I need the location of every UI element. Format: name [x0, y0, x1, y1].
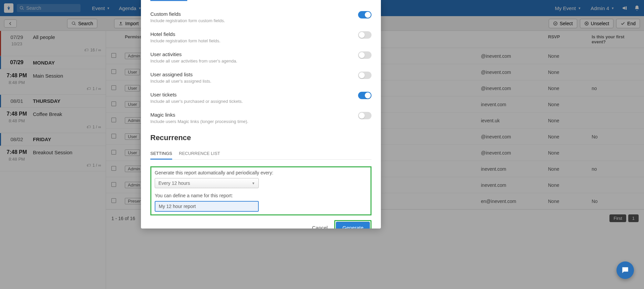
- report-name-input[interactable]: [155, 201, 259, 212]
- option-desc: Include registration form custom fields.: [150, 18, 358, 23]
- option-row: User activities Include all user activit…: [150, 47, 371, 68]
- option-desc: Include registration form hotel fields.: [150, 38, 358, 43]
- option-row: User tickets Include all user's purchase…: [150, 88, 371, 108]
- option-desc: Include users Magic links (longer proces…: [150, 119, 358, 124]
- cancel-button[interactable]: Cancel: [310, 222, 330, 229]
- option-title: User activities: [150, 51, 358, 57]
- chat-icon: [621, 266, 630, 275]
- option-row: Custom fields Include registration form …: [150, 7, 371, 27]
- modal-overlay[interactable]: Custom fields Include registration form …: [0, 0, 644, 289]
- modal-tabs: SETTINGSRECURRENCE LIST: [150, 148, 371, 160]
- option-desc: Include all user's purchased or assigned…: [150, 99, 358, 104]
- generate-button[interactable]: Generate: [336, 222, 370, 229]
- generate-button-highlight: Generate: [334, 220, 371, 229]
- option-title: User assigned lists: [150, 72, 358, 77]
- generate-interval-select[interactable]: Every 12 hours ▼: [155, 178, 259, 188]
- tab-recurrence-list[interactable]: RECURRENCE LIST: [179, 148, 220, 159]
- option-toggle[interactable]: [358, 31, 371, 39]
- option-toggle[interactable]: [358, 72, 371, 79]
- tab-settings[interactable]: SETTINGS: [150, 148, 172, 160]
- modal-footer: Cancel Generate: [150, 220, 371, 229]
- option-toggle[interactable]: [358, 92, 371, 99]
- caret-down-icon: ▼: [252, 181, 255, 185]
- option-toggle[interactable]: [358, 11, 371, 18]
- option-toggle[interactable]: [358, 51, 371, 59]
- report-modal: Custom fields Include registration form …: [141, 0, 381, 229]
- report-name-label: You can define a name for this report:: [155, 193, 367, 198]
- chat-fab[interactable]: [616, 261, 634, 279]
- option-row: Hotel fields Include registration form h…: [150, 27, 371, 47]
- option-title: User tickets: [150, 92, 358, 97]
- option-title: Magic links: [150, 112, 358, 118]
- generate-interval-label: Generate this report automatically and p…: [155, 170, 367, 175]
- option-title: Hotel fields: [150, 31, 358, 37]
- option-desc: Include all user's assigned lists.: [150, 79, 358, 84]
- option-row: Magic links Include users Magic links (l…: [150, 108, 371, 128]
- option-title: Custom fields: [150, 11, 358, 17]
- option-toggle[interactable]: [358, 112, 371, 119]
- option-desc: Include all user activities from user's …: [150, 58, 358, 64]
- option-row: User assigned lists Include all user's a…: [150, 68, 371, 88]
- recurrence-heading: Recurrence: [150, 133, 371, 142]
- recurrence-settings-highlight: Generate this report automatically and p…: [150, 166, 371, 215]
